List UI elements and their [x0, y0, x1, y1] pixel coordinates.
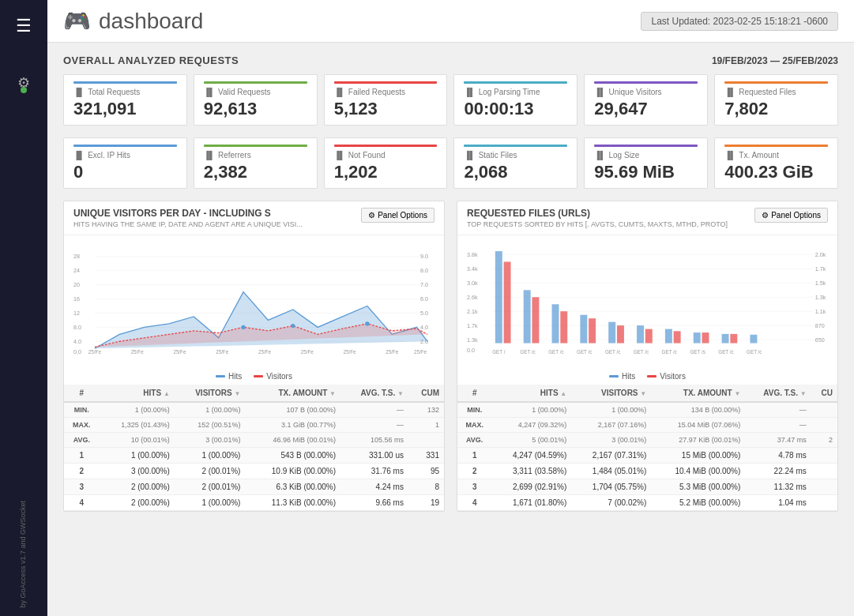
row-label: MAX. — [457, 418, 491, 433]
stat-bar — [204, 81, 307, 84]
row-avg-ts: 37.47 ms — [745, 433, 811, 448]
svg-text:2.0k: 2.0k — [815, 253, 826, 259]
files-visitors-legend-label: Visitors — [660, 372, 686, 381]
files-panel: REQUESTED FILES (URLS) TOP REQUESTS SORT… — [457, 201, 838, 512]
table-row: 23,311 (03.58%)1,484 (05.01%)10.4 MiB (0… — [457, 464, 837, 479]
stat-value: 0 — [73, 163, 177, 182]
stats-grid-2: ▐▌Excl. IP Hits0▐▌Referrers2,382▐▌Not Fo… — [63, 137, 838, 189]
files-panel-options-button[interactable]: ⚙ Panel Options — [754, 208, 828, 223]
row-cum — [811, 402, 837, 418]
visitors-panel-options-button[interactable]: ⚙ Panel Options — [361, 208, 435, 223]
col-num[interactable]: # — [64, 385, 100, 402]
svg-text:1.3k: 1.3k — [815, 295, 826, 301]
svg-text:25/Fe: 25/Fe — [301, 350, 314, 355]
svg-text:2.1k: 2.1k — [467, 309, 478, 315]
panels-row: UNIQUE VISITORS PER DAY - INCLUDING S HI… — [63, 201, 838, 512]
svg-text:5.0: 5.0 — [420, 311, 428, 317]
svg-text:25/Fe: 25/Fe — [131, 350, 145, 355]
svg-text:GET /c: GET /c — [747, 349, 762, 355]
row-hits: 1 (00.00%) — [100, 402, 175, 418]
files-table: # HITS ▲ VISITORS ▼ TX. AMOUNT ▼ AVG. T.… — [457, 385, 837, 511]
visitors-chart-area: 28 24 20 16 12 8.0 4.0 0.0 9.0 8.0 7.0 6… — [64, 235, 444, 368]
svg-text:GET /c: GET /c — [662, 349, 677, 355]
files-col-hits[interactable]: HITS ▲ — [491, 385, 571, 402]
row-avg-ts: 31.76 ms — [340, 464, 408, 479]
stat-value: 29,647 — [594, 100, 698, 118]
visitors-legend-item: Visitors — [254, 372, 292, 381]
row-avg-ts: — — [745, 418, 811, 433]
col-cum[interactable]: CUM — [408, 385, 444, 402]
svg-text:650: 650 — [815, 337, 825, 344]
svg-text:7.0: 7.0 — [420, 283, 428, 289]
row-num: 3 — [457, 479, 491, 495]
files-col-cu[interactable]: CU — [811, 385, 837, 402]
row-visitors: 152 (00.51%) — [175, 418, 246, 433]
svg-text:1.7k: 1.7k — [815, 266, 826, 272]
gear-icon[interactable]: ⚙ — [11, 68, 36, 98]
svg-text:0.0: 0.0 — [467, 348, 475, 355]
header: 🎮 dashboard Last Updated: 2023-02-25 15:… — [47, 0, 854, 43]
row-cum: 331 — [408, 448, 444, 464]
svg-text:GET /c: GET /c — [520, 349, 535, 355]
visitors-panel: UNIQUE VISITORS PER DAY - INCLUDING S HI… — [63, 201, 445, 512]
row-avg-ts: 4.24 ms — [340, 479, 408, 495]
svg-rect-60 — [608, 322, 615, 344]
svg-text:870: 870 — [815, 323, 825, 329]
visitors-table-wrapper: # HITS ▲ VISITORS ▼ TX. AMOUNT ▼ AVG. T.… — [64, 385, 444, 511]
row-cum: 8 — [408, 479, 444, 495]
row-hits: 3,311 (03.58%) — [491, 464, 571, 479]
stat-bar — [334, 145, 438, 147]
row-avg-ts: — — [745, 402, 811, 418]
files-col-avg-ts[interactable]: AVG. T.S. ▼ — [745, 385, 811, 402]
stat-bar — [73, 81, 177, 84]
row-visitors: 2,167 (07.31%) — [571, 448, 651, 464]
svg-text:12: 12 — [73, 311, 80, 317]
svg-text:4.0: 4.0 — [420, 325, 428, 331]
stat-bar — [334, 81, 438, 84]
row-tx: 46.96 MiB (00.01%) — [245, 433, 340, 448]
svg-text:6.0: 6.0 — [420, 297, 428, 303]
svg-rect-61 — [637, 325, 644, 343]
row-tx: 134 B (00.00%) — [651, 402, 745, 418]
col-hits[interactable]: HITS ▲ — [100, 385, 175, 402]
files-col-num[interactable]: # — [457, 385, 491, 402]
svg-rect-56 — [495, 251, 502, 343]
svg-rect-74 — [730, 334, 737, 344]
col-avg-ts[interactable]: AVG. T.S. ▼ — [340, 385, 408, 402]
col-tx-amount[interactable]: TX. AMOUNT ▼ — [245, 385, 340, 402]
svg-text:3.4k: 3.4k — [467, 266, 478, 272]
files-panel-header: REQUESTED FILES (URLS) TOP REQUESTS SORT… — [457, 201, 837, 235]
row-visitors: 2 (00.01%) — [175, 479, 246, 495]
row-tx: 543 B (00.00%) — [245, 448, 340, 464]
row-visitors: 7 (00.02%) — [571, 495, 651, 511]
stat-bar — [594, 145, 698, 147]
svg-point-22 — [241, 325, 245, 329]
col-visitors[interactable]: VISITORS ▼ — [175, 385, 246, 402]
special-row-avg.: AVG.5 (00.01%)3 (00.01%)27.97 KiB (00.01… — [457, 433, 837, 448]
stat-value: 7,802 — [724, 100, 828, 118]
stat-value: 2,382 — [204, 163, 307, 182]
svg-text:28: 28 — [73, 254, 80, 261]
svg-text:9.0: 9.0 — [420, 254, 428, 261]
stat-bar — [464, 145, 567, 147]
stat-card-10: ▐▌Log Size95.69 MiB — [584, 137, 708, 189]
row-visitors: 3 (00.01%) — [571, 433, 651, 448]
row-avg-ts: 9.66 ms — [340, 495, 408, 511]
visitors-table: # HITS ▲ VISITORS ▼ TX. AMOUNT ▼ AVG. T.… — [64, 385, 444, 511]
stat-label: ▐▌Log Parsing Time — [464, 88, 567, 96]
row-hits: 2,699 (02.91%) — [491, 479, 571, 495]
files-chart-legend: Hits Visitors — [457, 368, 837, 385]
stat-bar — [724, 81, 828, 84]
svg-rect-66 — [504, 262, 511, 344]
svg-text:1.7k: 1.7k — [467, 323, 478, 329]
menu-icon[interactable]: ☰ — [8, 8, 40, 44]
files-panel-title: REQUESTED FILES (URLS) — [467, 208, 728, 219]
files-col-tx-amount[interactable]: TX. AMOUNT ▼ — [651, 385, 745, 402]
files-col-visitors[interactable]: VISITORS ▼ — [571, 385, 651, 402]
stat-label: ▐▌Total Requests — [73, 88, 177, 96]
svg-text:4.0: 4.0 — [73, 339, 81, 345]
row-tx: 15 MiB (00.00%) — [651, 448, 745, 464]
svg-text:8.0: 8.0 — [73, 325, 81, 331]
svg-text:25/Fe: 25/Fe — [386, 350, 399, 355]
row-tx: 27.97 KiB (00.01%) — [651, 433, 745, 448]
